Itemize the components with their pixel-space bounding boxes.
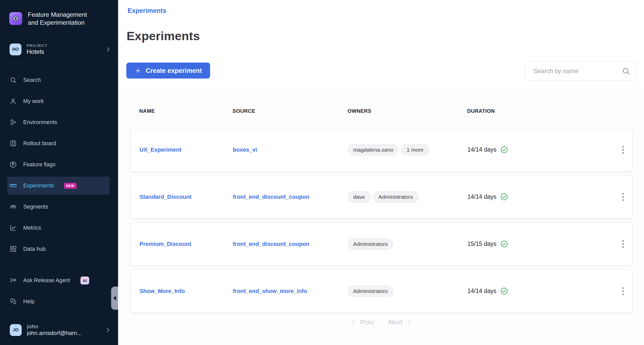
- owner-chip[interactable]: Administrators: [348, 286, 393, 297]
- create-experiment-button[interactable]: Create experiment: [126, 63, 210, 79]
- owner-chip[interactable]: 1 more: [401, 144, 429, 156]
- page-title: Experiments: [127, 29, 200, 43]
- board-columns-icon: [9, 140, 17, 147]
- project-name: Hotels: [27, 48, 47, 55]
- prev-page-button[interactable]: Prev: [350, 318, 374, 326]
- search-box: [525, 62, 636, 81]
- duration-cell: 14/14 days: [467, 193, 614, 201]
- row-menu-button[interactable]: [614, 270, 632, 313]
- sidebar-item-label: Feature flags: [23, 161, 55, 168]
- sidebar-item-segments[interactable]: Segments: [7, 198, 110, 216]
- user-icon: [9, 97, 17, 105]
- user-email: john.arnsdorf@harn...: [27, 330, 82, 337]
- experiment-source-link[interactable]: front_end_discount_coupon: [233, 194, 348, 200]
- project-selector[interactable]: HO PROJECT Hotels: [0, 37, 118, 62]
- table-row: UX_Experiment boxes_vi magdalena.sano1 m…: [130, 128, 632, 171]
- sidebar-collapse-handle[interactable]: [111, 287, 118, 310]
- owners-cell: Administrators: [348, 238, 467, 250]
- sidebar-item-label: Rollout board: [23, 140, 56, 147]
- sidebar-item-data-hub[interactable]: Data hub: [7, 240, 110, 258]
- create-experiment-label: Create experiment: [146, 67, 202, 74]
- owners-cell: magdalena.sano1 more: [348, 144, 467, 156]
- plus-icon: [135, 67, 142, 74]
- ai-badge: AI: [80, 277, 89, 284]
- chevron-right-icon: [105, 327, 111, 333]
- sidebar-item-experiments[interactable]: Experiments NEW: [7, 177, 110, 195]
- sidebar-item-label: Search: [23, 77, 41, 83]
- experiment-name-link[interactable]: Show_More_Info: [139, 288, 233, 295]
- app-window: Feature Management and Experimentation H…: [0, 0, 644, 345]
- next-page-button[interactable]: Next: [389, 318, 412, 326]
- experiments-table-body: UX_Experiment boxes_vi magdalena.sano1 m…: [130, 128, 632, 313]
- sidebar-item-metrics[interactable]: Metrics: [7, 219, 110, 237]
- duration-text: 14/14 days: [467, 146, 497, 153]
- svg-text:?: ?: [12, 299, 13, 302]
- duration-text: 15/15 days: [467, 240, 497, 247]
- app-title: Feature Management and Experimentation: [28, 11, 87, 27]
- sidebar-item-feature-flags[interactable]: Feature flags: [7, 156, 110, 174]
- help-chat-icon: ?: [9, 298, 17, 305]
- main-content: Experiments Experiments Create experimen…: [118, 0, 644, 345]
- owner-chip[interactable]: Administrators: [373, 191, 418, 203]
- sidebar-item-my-work[interactable]: My work: [7, 92, 110, 110]
- sparkle-lines-icon: [9, 277, 17, 284]
- owners-cell: daveAdministrators: [348, 191, 467, 203]
- experiment-source-link[interactable]: front_end_show_more_info: [233, 288, 348, 295]
- row-menu-button[interactable]: [614, 222, 632, 265]
- sidebar-item-help[interactable]: ? Help: [7, 292, 110, 310]
- sidebar-item-label: Data hub: [23, 246, 46, 252]
- prev-label: Prev: [360, 318, 374, 326]
- row-menu-button[interactable]: [614, 175, 632, 218]
- experiment-name-link[interactable]: UX_Experiment: [139, 146, 233, 153]
- search-input[interactable]: [525, 62, 636, 81]
- sidebar-item-environments[interactable]: Environments: [7, 113, 110, 131]
- column-header-duration: DURATION: [467, 108, 614, 114]
- owner-chip[interactable]: Administrators: [348, 238, 393, 250]
- check-circle-icon: [500, 287, 508, 295]
- chevron-left-icon: [350, 319, 357, 325]
- experiments-panel: NAME SOURCE OWNERS DURATION UX_Experimen…: [118, 89, 644, 345]
- duration-text: 14/14 days: [467, 288, 497, 295]
- project-avatar: HO: [10, 44, 21, 55]
- people-group-icon: [9, 203, 17, 211]
- sidebar-item-search[interactable]: Search: [7, 71, 110, 89]
- row-menu-button[interactable]: [614, 128, 632, 171]
- hexagons-icon: [9, 118, 17, 126]
- sidebar-nav: Search My work Environments Rollout boar…: [0, 62, 118, 314]
- check-circle-icon: [500, 146, 508, 154]
- sidebar-item-label: Metrics: [23, 225, 41, 231]
- project-label: PROJECT: [27, 43, 47, 48]
- table-header: NAME SOURCE OWNERS DURATION: [130, 108, 632, 114]
- app-logo-icon: [9, 12, 22, 25]
- grid-squares-icon: [9, 245, 17, 253]
- table-row: Premium_Discount front_end_discount_coup…: [130, 222, 632, 266]
- breadcrumb[interactable]: Experiments: [128, 7, 166, 14]
- sidebar-item-label: Experiments: [23, 183, 54, 189]
- column-header-source: SOURCE: [233, 108, 348, 114]
- experiment-name-link[interactable]: Premium_Discount: [139, 241, 233, 247]
- sidebar-footer: Ask Release Agent AI ? Help: [0, 271, 118, 314]
- column-header-owners: OWNERS: [348, 108, 467, 114]
- experiment-name-link[interactable]: Standard_Discount: [139, 194, 233, 200]
- table-row: Standard_Discount front_end_discount_cou…: [130, 175, 632, 219]
- user-avatar: JO: [10, 324, 22, 336]
- next-label: Next: [389, 318, 402, 326]
- table-row: Show_More_Info front_end_show_more_info …: [130, 269, 632, 313]
- duration-cell: 14/14 days: [467, 146, 614, 154]
- sidebar-item-label: Environments: [23, 119, 57, 126]
- user-menu[interactable]: JO john john.arnsdorf@harn...: [0, 315, 118, 345]
- sidebar-item-ask-release-agent[interactable]: Ask Release Agent AI: [7, 271, 110, 289]
- app-header: Feature Management and Experimentation: [0, 0, 118, 37]
- sidebar-item-rollout-board[interactable]: Rollout board: [7, 134, 110, 152]
- check-circle-icon: [500, 240, 508, 248]
- owners-cell: Administrators: [348, 286, 467, 297]
- duration-text: 14/14 days: [467, 193, 497, 200]
- flag-circle-icon: [9, 161, 17, 168]
- owner-chip[interactable]: magdalena.sano: [348, 144, 399, 156]
- experiment-source-link[interactable]: boxes_vi: [233, 146, 348, 153]
- chevron-right-icon: [406, 319, 412, 325]
- owner-chip[interactable]: dave: [348, 191, 370, 203]
- sidebar-item-label: Segments: [23, 204, 48, 210]
- check-circle-icon: [500, 193, 508, 201]
- experiment-source-link[interactable]: front_end_discount_coupon: [233, 241, 348, 247]
